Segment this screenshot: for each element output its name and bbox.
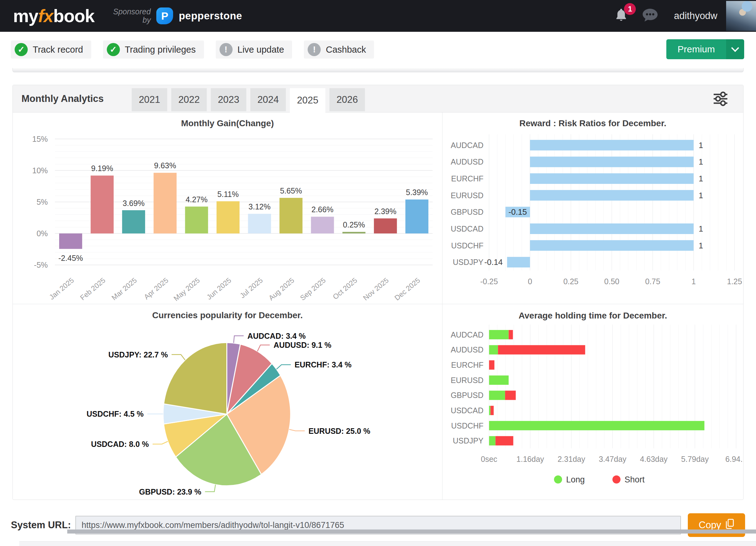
- badge-pills: ✓ Track record ✓ Trading privileges ! Li…: [11, 40, 374, 59]
- logo-my: my: [13, 6, 38, 26]
- svg-text:4.63day: 4.63day: [640, 455, 668, 463]
- currencies-popularity-chart: Currencies popularity for December.AUDCA…: [13, 304, 442, 500]
- svg-text:Feb 2025: Feb 2025: [78, 276, 107, 302]
- svg-text:GBPUSD: 23.9 %: GBPUSD: 23.9 %: [139, 487, 201, 496]
- badge-label: Track record: [33, 45, 83, 55]
- monthly-analytics-card: Monthly Analytics 2021 2022 2023 2024 20…: [12, 85, 744, 500]
- svg-text:0%: 0%: [36, 229, 48, 238]
- svg-text:3.12%: 3.12%: [248, 202, 271, 211]
- svg-text:0: 0: [528, 277, 532, 286]
- svg-text:Dec 2025: Dec 2025: [393, 276, 422, 302]
- tab-2023[interactable]: 2023: [211, 88, 246, 111]
- copy-button-label: Copy: [699, 520, 721, 531]
- badge-cashback[interactable]: ! Cashback: [304, 40, 374, 59]
- previous-card-bottom-edge: [12, 68, 744, 72]
- svg-text:3.47day: 3.47day: [599, 455, 626, 463]
- svg-text:AUDCAD: 3.4 %: AUDCAD: 3.4 %: [247, 332, 305, 340]
- tab-2022[interactable]: 2022: [171, 88, 207, 111]
- svg-text:EURUSD: EURUSD: [451, 376, 483, 385]
- svg-text:5.65%: 5.65%: [280, 186, 302, 195]
- svg-text:10%: 10%: [32, 166, 48, 175]
- badge-label: Live update: [238, 45, 284, 55]
- svg-text:5.11%: 5.11%: [217, 190, 239, 198]
- badge-trading-privileges[interactable]: ✓ Trading privileges: [103, 40, 204, 59]
- tab-2025[interactable]: 2025: [290, 88, 325, 112]
- footer-strip: [19, 541, 756, 546]
- svg-text:USDCAD: USDCAD: [451, 224, 483, 233]
- page: myfxbook Sponsored by P pepperstone 1 ad…: [0, 0, 756, 546]
- svg-text:-0.15: -0.15: [508, 207, 527, 216]
- svg-text:0.25: 0.25: [563, 277, 579, 286]
- svg-text:AUDUSD: 9.1 %: AUDUSD: 9.1 %: [273, 341, 331, 349]
- svg-text:Reward : Risk Ratios for Decem: Reward : Risk Ratios for December.: [519, 118, 666, 128]
- sponsor-name: pepperstone: [179, 10, 242, 22]
- svg-text:Average holding time for Decem: Average holding time for December.: [518, 311, 667, 321]
- top-header: myfxbook Sponsored by P pepperstone 1 ad…: [0, 0, 756, 32]
- avatar[interactable]: [726, 1, 756, 31]
- notifications-button[interactable]: 1: [614, 7, 628, 24]
- svg-text:9.19%: 9.19%: [91, 164, 113, 173]
- svg-text:Currencies popularity for Dece: Currencies popularity for December.: [152, 311, 303, 320]
- badge-label: Cashback: [326, 45, 366, 55]
- svg-text:0.50: 0.50: [604, 277, 620, 286]
- svg-text:Aug 2025: Aug 2025: [267, 276, 296, 302]
- svg-text:AUDCAD: AUDCAD: [451, 141, 483, 149]
- svg-text:1: 1: [699, 241, 703, 250]
- svg-text:Oct 2025: Oct 2025: [331, 276, 359, 301]
- svg-text:-2.45%: -2.45%: [58, 254, 83, 262]
- svg-text:0.75: 0.75: [645, 277, 660, 286]
- svg-text:GBPUSD: GBPUSD: [451, 391, 483, 400]
- chevron-down-icon: [731, 44, 739, 52]
- svg-text:Jul 2025: Jul 2025: [238, 276, 264, 300]
- premium-dropdown[interactable]: [726, 39, 744, 59]
- system-url-row: System URL: Copy: [0, 513, 756, 538]
- svg-text:1: 1: [692, 277, 696, 286]
- svg-text:0.25%: 0.25%: [343, 220, 365, 229]
- svg-text:USDCAD: 8.0 %: USDCAD: 8.0 %: [91, 440, 149, 449]
- check-icon: ✓: [15, 43, 28, 56]
- svg-text:Jun 2025: Jun 2025: [205, 276, 233, 302]
- account-badges-row: ✓ Track record ✓ Trading privileges ! Li…: [0, 32, 756, 68]
- svg-text:1: 1: [699, 157, 703, 166]
- premium-button[interactable]: Premium: [666, 39, 744, 59]
- reward-risk-chart: Reward : Risk Ratios for December.AUDCAD…: [442, 112, 743, 304]
- exclamation-icon: !: [220, 43, 233, 56]
- svg-text:Monthly Gain(Change): Monthly Gain(Change): [181, 118, 274, 128]
- badge-live-update[interactable]: ! Live update: [216, 40, 292, 59]
- svg-text:USDJPY: USDJPY: [453, 258, 484, 266]
- svg-text:USDJPY: USDJPY: [453, 436, 484, 445]
- messages-button[interactable]: [642, 8, 658, 24]
- monthly-gain-chart: Monthly Gain(Change)15%10%5%0%-5%-2.45%J…: [13, 112, 442, 304]
- svg-text:4.27%: 4.27%: [186, 195, 208, 204]
- logo-book: book: [53, 6, 94, 26]
- badge-label: Trading privileges: [125, 45, 196, 55]
- svg-text:2.39%: 2.39%: [374, 207, 396, 216]
- exclamation-icon: !: [308, 43, 321, 56]
- svg-text:EURUSD: EURUSD: [451, 191, 483, 200]
- chart-settings-icon[interactable]: [712, 90, 729, 107]
- svg-text:9.63%: 9.63%: [154, 161, 176, 170]
- svg-text:5%: 5%: [36, 197, 48, 206]
- tab-2021[interactable]: 2021: [132, 88, 167, 111]
- check-icon: ✓: [107, 43, 120, 56]
- svg-text:EURCHF: EURCHF: [451, 361, 484, 369]
- tab-2026[interactable]: 2026: [329, 88, 365, 111]
- svg-text:-0.25: -0.25: [480, 277, 498, 286]
- notification-count-badge: 1: [624, 3, 636, 15]
- svg-text:Jan 2025: Jan 2025: [48, 276, 75, 302]
- svg-text:-0.14: -0.14: [484, 258, 503, 266]
- myfxbook-logo[interactable]: myfxbook: [13, 6, 94, 26]
- bell-icon: [614, 19, 628, 24]
- tab-2024[interactable]: 2024: [250, 88, 286, 111]
- svg-text:GBPUSD: GBPUSD: [451, 207, 483, 216]
- charts-grid: Monthly Gain(Change)15%10%5%0%-5%-2.45%J…: [13, 112, 743, 500]
- username[interactable]: adithyodw: [674, 10, 717, 21]
- svg-text:EURUSD: 25.0 %: EURUSD: 25.0 %: [309, 427, 370, 435]
- svg-text:Long: Long: [566, 475, 585, 484]
- svg-text:Apr 2025: Apr 2025: [142, 276, 170, 301]
- badge-track-record[interactable]: ✓ Track record: [11, 40, 91, 59]
- sponsored-by-label: Sponsored by: [113, 7, 151, 25]
- sponsor-link[interactable]: Sponsored by P pepperstone: [113, 7, 242, 25]
- horizontal-scrollbar[interactable]: [67, 529, 756, 534]
- svg-text:USDCAD: USDCAD: [451, 406, 483, 415]
